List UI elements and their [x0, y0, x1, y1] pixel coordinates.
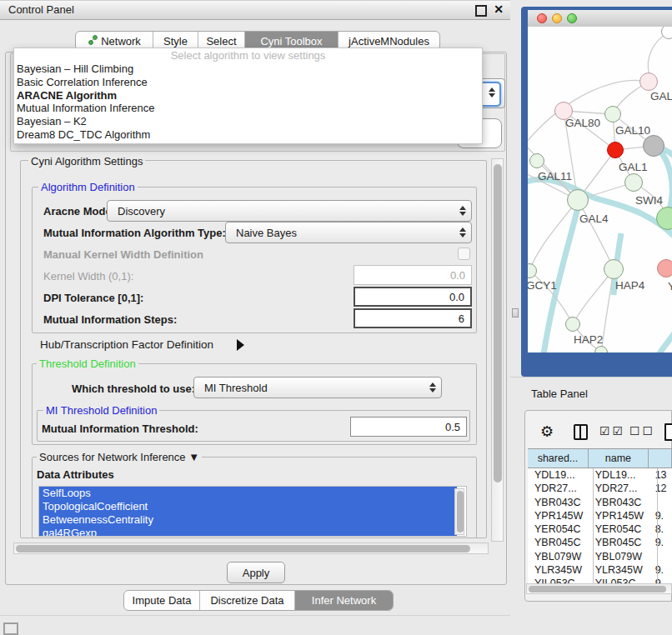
algorithm-dropdown-list: Select algorithm to view settings Bayesi… — [13, 48, 483, 144]
mi-type-label: Mutual Information Algorithm Type: — [43, 227, 226, 239]
control-panel-title: Control Panel — [8, 3, 74, 16]
node-label: GAL11 — [538, 170, 572, 182]
tab-discretize-data[interactable]: Discretize Data — [199, 591, 294, 610]
node-label: HAP2 — [574, 333, 603, 346]
dropdown-item[interactable]: Basic Correlation Inference — [14, 76, 482, 89]
mi-threshold-input[interactable]: 0.5 — [350, 417, 467, 437]
network-node-gal[interactable] — [639, 72, 658, 91]
export-table-icon[interactable] — [664, 423, 672, 441]
table-grid-line — [593, 468, 594, 583]
dropdown-item[interactable]: Dream8 DC_TDC Algorithm — [14, 128, 482, 142]
manual-kernel-checkbox[interactable] — [458, 248, 470, 260]
aracne-mode-combo[interactable]: Discovery — [107, 200, 472, 222]
node-label: GAL10 — [615, 124, 650, 137]
table-row[interactable]: YDL19...YDL19...13 — [528, 468, 672, 482]
network-node-gal4[interactable] — [567, 189, 589, 211]
table-cell: YPR145W — [528, 509, 589, 522]
node-label: GAL80 — [565, 117, 600, 129]
apply-button[interactable]: Apply — [227, 562, 285, 583]
table-cell: 9. — [649, 536, 672, 549]
node-label: SWI4 — [635, 194, 663, 207]
node-label: GAL — [650, 90, 672, 102]
network-node-gal11[interactable] — [529, 153, 544, 168]
hub-expand-arrow-icon[interactable] — [237, 339, 244, 351]
panel-splitter-handle[interactable] — [512, 308, 519, 318]
table-row[interactable]: YBL079WYBL079W — [528, 550, 672, 563]
hub-definition-label: Hub/Transcription Factor Definition — [40, 338, 213, 351]
dpi-tolerance-label: DPI Tolerance [0,1]: — [43, 292, 143, 304]
network-node-gal1[interactable] — [607, 142, 624, 158]
settings-horizontal-scrollbar[interactable] — [13, 542, 489, 554]
split-columns-icon[interactable] — [574, 424, 588, 440]
panel-divider — [0, 615, 510, 616]
column-header-shared...[interactable]: shared... — [528, 449, 589, 468]
manual-kernel-label: Manual Kernel Width Definition — [43, 248, 203, 261]
show-selected-columns-icon[interactable]: ☑☑ — [599, 424, 625, 438]
node-label: Y — [668, 280, 672, 292]
table-cell: YBL079W — [528, 550, 589, 563]
hide-columns-icon[interactable]: ☐☐ — [629, 424, 655, 438]
attributes-list-scrollbar[interactable] — [454, 488, 464, 535]
dropdown-item[interactable]: Bayesian – K2 — [14, 115, 482, 128]
table-cell: 9. — [649, 509, 672, 522]
network-node[interactable] — [643, 135, 664, 157]
kernel-width-input[interactable]: 0.0 — [354, 265, 472, 285]
mi-threshold-label: Mutual Information Threshold: — [42, 422, 198, 435]
network-node[interactable] — [624, 173, 643, 192]
table-grid-line — [657, 468, 658, 583]
attribute-list-item[interactable]: BetweennessCentrality — [39, 513, 457, 527]
mi-type-combo[interactable]: Naive Bayes — [225, 222, 472, 243]
network-view-canvas[interactable]: GALGAL80GAL10GAL1GAL11GAL4SWI4GCY1HAP4YH… — [528, 27, 672, 352]
which-threshold-value: MI Threshold — [204, 382, 268, 394]
float-window-icon[interactable] — [475, 5, 487, 17]
network-node-hap2[interactable] — [565, 317, 580, 332]
table-cell: YBR043C — [528, 496, 589, 509]
network-node-y[interactable] — [657, 259, 672, 278]
dpi-tolerance-input[interactable]: 0.0 — [354, 287, 472, 307]
table-row[interactable]: YIL053CYIL053C9. — [528, 577, 672, 583]
column-header-extra[interactable] — [649, 449, 672, 468]
aracne-mode-value: Discovery — [118, 205, 165, 218]
node-label: GCY1 — [528, 279, 557, 292]
sources-collapse-arrow-icon[interactable]: ▼ — [188, 451, 199, 463]
attribute-list-item[interactable]: gal4RGexp — [39, 527, 457, 537]
sources-title: Sources for Network Inference ▼ — [37, 451, 202, 463]
table-row[interactable]: YDR27...YDR27...12 — [528, 482, 672, 495]
dropdown-item[interactable]: ARACNE Algorithm — [14, 89, 482, 102]
table-cell: 12 — [649, 482, 672, 495]
table-horizontal-scrollbar[interactable] — [526, 583, 672, 594]
settings-vertical-scrollbar[interactable] — [491, 158, 504, 542]
network-node-hap4[interactable] — [604, 259, 624, 279]
minimize-traffic-light-icon[interactable] — [552, 13, 562, 23]
dropdown-placeholder: Select algorithm to view settings — [14, 48, 482, 62]
mi-steps-label: Mutual Information Steps: — [43, 313, 177, 326]
table-row[interactable]: YER054CYER054C8. — [528, 522, 672, 536]
tab-impute-data[interactable]: Impute Data — [124, 591, 199, 610]
table-row[interactable]: YLR345WYLR345W9. — [528, 563, 672, 577]
right-panel-divider — [510, 377, 672, 378]
zoom-traffic-light-icon[interactable] — [567, 13, 577, 23]
network-node-gal10[interactable] — [604, 106, 621, 122]
table-body[interactable]: YDL19...YDL19...13YDR27...YDR27...12YBR0… — [528, 468, 672, 583]
gear-icon[interactable]: ⚙ — [540, 422, 554, 441]
attribute-list-item[interactable]: SelfLoops — [39, 487, 457, 500]
mi-steps-input[interactable]: 6 — [354, 308, 472, 328]
tab-infer-network[interactable]: Infer Network — [294, 591, 393, 610]
corner-grip-icon[interactable] — [3, 622, 18, 635]
table-row[interactable]: YBR043CYBR043C — [528, 496, 672, 509]
attribute-list-item[interactable]: TopologicalCoefficient — [39, 500, 457, 513]
dropdown-item[interactable]: Mutual Information Inference — [14, 102, 482, 115]
dropdown-item[interactable]: Bayesian – Hill Climbing — [14, 62, 482, 76]
network-window-titlebar[interactable] — [528, 10, 672, 28]
settings-group-title: Cyni Algorithm Settings — [28, 155, 145, 168]
close-traffic-light-icon[interactable] — [537, 13, 547, 23]
column-header-name[interactable]: name — [589, 449, 649, 468]
which-threshold-combo[interactable]: MI Threshold — [193, 377, 442, 398]
data-attributes-list[interactable]: SelfLoopsTopologicalCoefficientBetweenne… — [38, 486, 467, 537]
table-cell: 8. — [649, 522, 672, 536]
table-cell: YLR345W — [589, 563, 649, 577]
table-row[interactable]: YPR145WYPR145W9. — [528, 509, 672, 522]
table-cell: 9. — [649, 577, 672, 583]
table-row[interactable]: YBR045CYBR045C9. — [528, 536, 672, 549]
close-icon[interactable]: ✕ — [494, 2, 504, 16]
